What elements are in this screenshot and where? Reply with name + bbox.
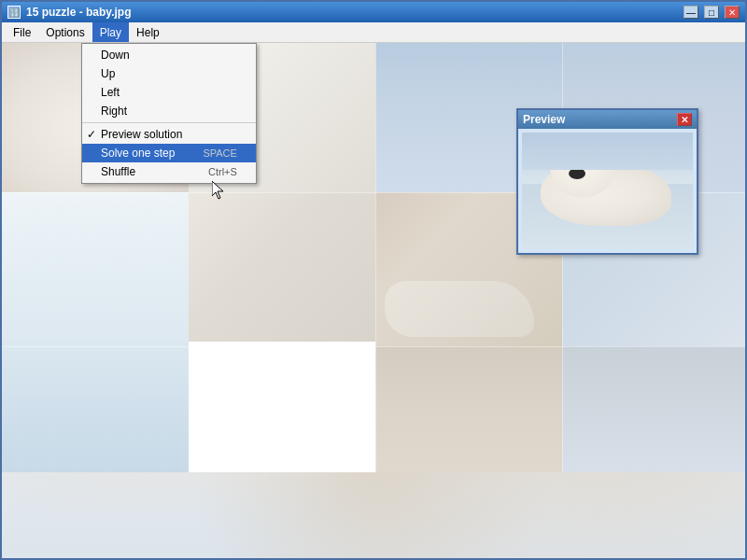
- minimize-button[interactable]: —: [684, 6, 698, 19]
- preview-title-bar: Preview ✕: [518, 110, 697, 129]
- menu-separator-1: [82, 122, 256, 123]
- app-icon: 🔢: [7, 6, 21, 19]
- main-window: 🔢 15 puzzle - baby.jpg — □ ✕ File Option…: [0, 0, 747, 560]
- menu-play-right[interactable]: Right: [82, 102, 256, 120]
- menu-play-left[interactable]: Left: [82, 83, 256, 102]
- grid-line-h2: [2, 346, 745, 347]
- preview-image: [522, 133, 693, 249]
- puzzle-tile-3[interactable]: [2, 192, 189, 342]
- menu-bar: File Options Play Help Down Up Left Righ…: [2, 22, 745, 43]
- puzzle-tile-10[interactable]: [375, 346, 562, 472]
- shuffle-shortcut: Ctrl+S: [208, 166, 237, 177]
- menu-file[interactable]: File: [6, 22, 38, 42]
- solve-shortcut: SPACE: [203, 147, 236, 159]
- menu-shuffle[interactable]: Shuffle Ctrl+S: [82, 162, 256, 181]
- puzzle-tile-empty[interactable]: [189, 342, 375, 472]
- menu-options[interactable]: Options: [38, 22, 92, 42]
- grid-line-v2: [562, 43, 563, 472]
- menu-solve-one-step[interactable]: Solve one step SPACE: [82, 144, 256, 162]
- preview-window: Preview ✕: [516, 108, 698, 255]
- puzzle-tile-11[interactable]: [562, 346, 745, 472]
- play-dropdown-menu: Down Up Left Right Preview solution Solv…: [81, 43, 257, 184]
- puzzle-tile-4[interactable]: [189, 192, 375, 342]
- menu-help[interactable]: Help: [129, 22, 167, 42]
- preview-close-button[interactable]: ✕: [677, 113, 692, 126]
- maximize-button[interactable]: □: [704, 6, 719, 19]
- menu-play-down[interactable]: Down: [82, 46, 256, 64]
- title-bar: 🔢 15 puzzle - baby.jpg — □ ✕: [2, 2, 745, 22]
- menu-play-up[interactable]: Up: [82, 64, 256, 83]
- puzzle-tile-5[interactable]: [2, 342, 189, 472]
- grid-line-v1: [375, 43, 376, 472]
- preview-title: Preview: [523, 113, 677, 126]
- menu-preview-solution[interactable]: Preview solution: [82, 125, 256, 144]
- close-button[interactable]: ✕: [725, 6, 740, 19]
- menu-play[interactable]: Play: [92, 22, 129, 42]
- window-title: 15 puzzle - baby.jpg: [26, 6, 678, 19]
